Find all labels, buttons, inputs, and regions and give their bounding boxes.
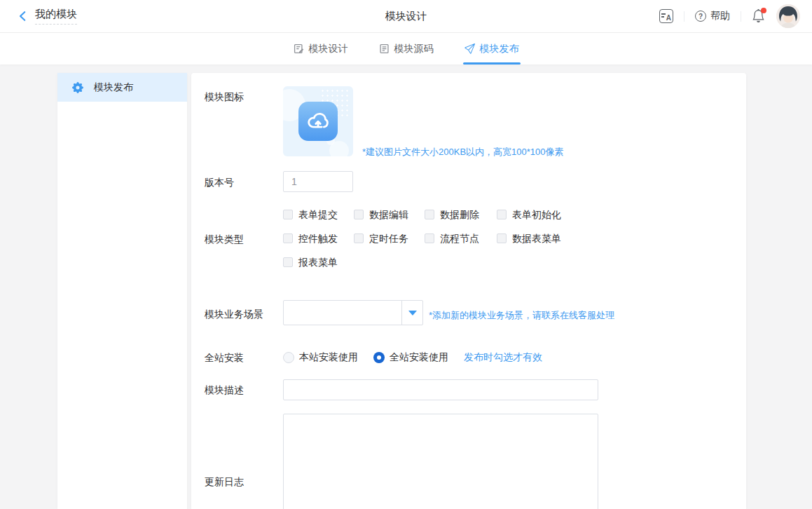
install-note-link[interactable]: 发布时勾选才有效 xyxy=(464,351,542,364)
paper-plane-icon xyxy=(465,43,475,54)
description-label: 模块描述 xyxy=(205,384,244,397)
dropdown-arrow-icon[interactable] xyxy=(401,301,422,325)
checkbox[interactable] xyxy=(283,257,293,267)
question-mark-icon: ? xyxy=(695,11,706,22)
module-publish-form: 模块图标 *建议图片文件大小200KB以内，高宽100*100像素 版本号 模块… xyxy=(191,73,746,509)
radio-option-sitewide-install[interactable]: 全站安装使用 xyxy=(373,351,448,364)
checkbox[interactable] xyxy=(425,210,434,219)
notification-bell-icon[interactable] xyxy=(752,9,766,23)
back-icon[interactable] xyxy=(17,10,29,22)
module-type-label: 模块类型 xyxy=(205,233,244,246)
module-type-option[interactable]: 表单初始化 xyxy=(497,210,561,219)
module-type-option[interactable]: 表单提交 xyxy=(283,210,354,219)
radio-unselected[interactable] xyxy=(283,352,294,363)
tab-label: 模块源码 xyxy=(394,43,434,55)
business-scene-label: 模块业务场景 xyxy=(205,308,263,321)
checkbox[interactable] xyxy=(354,233,364,243)
module-icon-label: 模块图标 xyxy=(205,91,244,104)
changelog-label: 更新日志 xyxy=(205,476,244,489)
checkbox[interactable] xyxy=(497,233,507,243)
tab-label: 模块发布 xyxy=(480,43,519,55)
tab-module-source[interactable]: 模块源码 xyxy=(379,33,434,65)
gear-icon xyxy=(72,82,83,93)
business-scene-select[interactable] xyxy=(283,300,423,325)
notification-dot xyxy=(761,8,766,13)
tab-module-publish[interactable]: 模块发布 xyxy=(465,33,519,65)
module-type-option[interactable]: 数据编辑 xyxy=(354,210,425,219)
module-type-option[interactable]: 数据删除 xyxy=(425,210,497,219)
checkbox[interactable] xyxy=(425,233,434,243)
active-tab-underline xyxy=(463,62,521,65)
select-value xyxy=(284,301,401,325)
module-type-option[interactable]: 数据表菜单 xyxy=(497,233,561,243)
translate-icon[interactable]: A xyxy=(659,9,673,23)
divider xyxy=(684,11,684,22)
business-scene-hint: *添加新的模块业务场景，请联系在线客服处理 xyxy=(429,309,614,322)
version-input[interactable] xyxy=(283,171,353,192)
module-type-option[interactable]: 流程节点 xyxy=(425,233,497,243)
checkbox[interactable] xyxy=(283,210,293,219)
site-install-options: 本站安装使用 全站安装使用 发布时勾选才有效 xyxy=(283,349,542,366)
document-icon xyxy=(379,43,390,54)
module-icon-upload[interactable] xyxy=(283,86,353,156)
version-label: 版本号 xyxy=(205,177,234,189)
checkbox[interactable] xyxy=(354,210,364,219)
sidebar-item-label: 模块发布 xyxy=(94,81,133,94)
radio-option-local-install[interactable]: 本站安装使用 xyxy=(283,351,358,364)
top-header: 我的模块 模块设计 A ? 帮助 xyxy=(0,0,812,33)
avatar[interactable] xyxy=(776,4,800,28)
radio-selected[interactable] xyxy=(373,352,385,363)
module-type-option[interactable]: 定时任务 xyxy=(354,233,425,243)
description-input[interactable] xyxy=(283,379,598,400)
divider xyxy=(741,11,741,22)
sidebar-item-module-publish[interactable]: 模块发布 xyxy=(57,73,187,102)
tab-label: 模块设计 xyxy=(309,43,348,55)
help-button[interactable]: ? 帮助 xyxy=(695,10,730,22)
module-type-options: 表单提交 数据编辑 数据删除 表单初始化 控件触发 定时任务 流程节点 数据表菜… xyxy=(283,210,561,267)
module-type-option[interactable]: 报表菜单 xyxy=(283,257,354,267)
tab-module-design[interactable]: 模块设计 xyxy=(294,33,348,65)
module-type-option[interactable]: 控件触发 xyxy=(283,233,354,243)
changelog-textarea[interactable] xyxy=(283,414,598,509)
module-icon-hint: *建议图片文件大小200KB以内，高宽100*100像素 xyxy=(362,146,564,158)
cloud-upload-icon xyxy=(298,102,338,141)
back-breadcrumb[interactable]: 我的模块 xyxy=(35,8,77,25)
sidebar: 模块发布 xyxy=(57,73,187,509)
checkbox[interactable] xyxy=(283,233,293,243)
checkbox[interactable] xyxy=(497,210,507,219)
edit-document-icon xyxy=(294,43,304,54)
module-tabs: 模块设计 模块源码 模块发布 xyxy=(0,33,812,65)
site-install-label: 全站安装 xyxy=(205,352,244,365)
